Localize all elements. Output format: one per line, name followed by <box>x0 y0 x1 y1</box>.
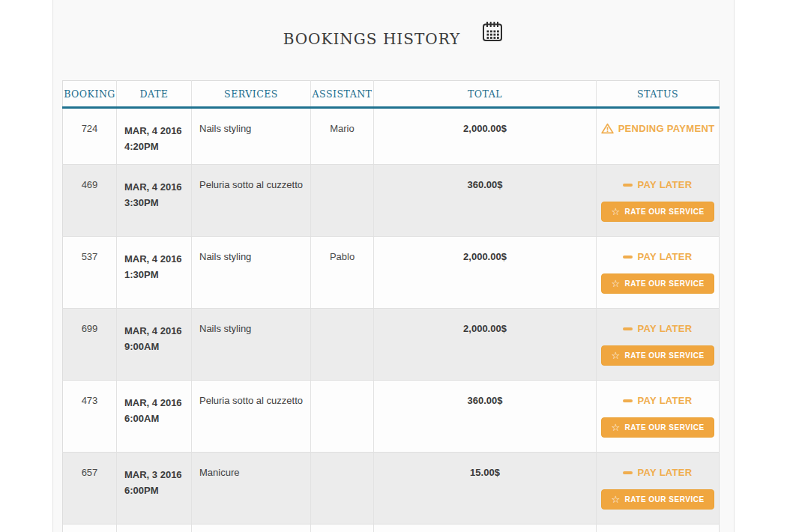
assistant-cell <box>311 165 374 237</box>
date-day: MAR, 4 2016 <box>124 179 191 195</box>
status-cell: PAY LATER ☆ RATE OUR SERVICE <box>597 309 720 381</box>
assistant-cell <box>311 309 374 381</box>
star-icon: ☆ <box>611 424 620 432</box>
booking-id-cell: 657 <box>63 453 117 525</box>
rate-button-label: RATE OUR SERVICE <box>625 208 705 216</box>
status-line: PAY LATER <box>597 179 719 190</box>
assistant-cell: Pablo <box>311 237 374 309</box>
rate-our-service-button[interactable]: ☆ RATE OUR SERVICE <box>601 489 714 510</box>
booking-id-cell: 699 <box>63 309 117 381</box>
table-row: 537 MAR, 4 2016 1:30PM Nails styling Pab… <box>63 237 720 309</box>
date-cell: MAR, 4 2016 6:00AM <box>117 381 192 453</box>
date-time: 6:00AM <box>124 411 191 426</box>
status-line: PAY LATER <box>597 395 719 406</box>
assistant-cell <box>311 381 374 453</box>
total-cell: 15.00$ <box>374 453 597 525</box>
status-label: PAY LATER <box>637 251 692 262</box>
minus-icon <box>623 399 633 402</box>
star-icon: ☆ <box>611 496 620 504</box>
header-status: STATUS <box>597 81 720 108</box>
calendar-icon-button[interactable] <box>481 20 504 45</box>
warning-triangle-icon <box>601 123 614 134</box>
rate-our-service-button[interactable]: ☆ RATE OUR SERVICE <box>601 345 714 366</box>
rate-button-label: RATE OUR SERVICE <box>625 495 705 504</box>
header-services: SERVICES <box>192 81 311 108</box>
status-cell: PAY LATER ☆ RATE OUR SERVICE <box>597 453 720 525</box>
status-line: PAY LATER <box>597 251 719 262</box>
booking-id-cell: 537 <box>63 237 117 309</box>
rate-our-service-button[interactable]: ☆ RATE OUR SERVICE <box>601 417 714 438</box>
status-label: PAY LATER <box>637 179 692 190</box>
bookings-history-panel: BOOKINGS HISTORY <box>52 0 735 532</box>
header-date: DATE <box>117 81 192 108</box>
bookings-table-wrap: BOOKING DATE SERVICES ASSISTANT TOTAL ST… <box>62 80 725 532</box>
rate-button-label: RATE OUR SERVICE <box>625 351 705 360</box>
date-time: 3:30PM <box>124 195 191 211</box>
table-row: 699 MAR, 4 2016 9:00AM Nails styling 2,0… <box>63 309 720 381</box>
date-day: MAR, 3 2016 <box>124 467 191 483</box>
table-header-row: BOOKING DATE SERVICES ASSISTANT TOTAL ST… <box>63 81 720 108</box>
total-cell: 2,000.00$ <box>374 108 597 165</box>
services-cell: Peluria sotto al cuzzetto <box>192 381 311 453</box>
status-line: PAY LATER <box>597 467 719 478</box>
date-day: MAR, 4 2016 <box>124 323 191 339</box>
booking-id-cell: 473 <box>63 381 117 453</box>
services-cell: Nails styling <box>192 309 311 381</box>
table-row: 469 MAR, 4 2016 3:30PM Peluria sotto al … <box>63 165 720 237</box>
calendar-icon <box>481 34 504 45</box>
status-label: PAY LATER <box>637 467 692 478</box>
star-icon: ☆ <box>611 352 620 360</box>
assistant-cell <box>311 453 374 525</box>
table-row: 657 MAR, 3 2016 6:00PM Manicure 15.00$ P… <box>63 453 720 525</box>
status-cell: PAY LATER ☆ RATE OUR SERVICE <box>597 381 720 453</box>
total-cell: 2,000.00$ <box>374 309 597 381</box>
rate-button-label: RATE OUR SERVICE <box>625 279 705 288</box>
status-label: PAY LATER <box>637 395 692 406</box>
table-row: 724 MAR, 4 2016 4:20PM Nails styling Mar… <box>63 108 720 165</box>
status-line: PENDING PAYMENT <box>597 123 719 134</box>
star-icon: ☆ <box>611 208 620 216</box>
date-cell: MAR, 4 2016 4:20PM <box>117 108 192 165</box>
date-cell: MAR, 4 2016 1:30PM <box>117 237 192 309</box>
booking-id-cell: 724 <box>63 108 117 165</box>
header-assistant: ASSISTANT <box>311 81 374 108</box>
status-label: PAY LATER <box>637 323 692 334</box>
page-title: BOOKINGS HISTORY <box>283 30 461 48</box>
star-icon: ☆ <box>611 280 620 288</box>
services-cell: Nails styling <box>192 237 311 309</box>
services-cell: Nails styling <box>192 108 311 165</box>
booking-id-cell: 469 <box>63 165 117 237</box>
rate-button-label: RATE OUR SERVICE <box>625 423 705 432</box>
header-total: TOTAL <box>374 81 597 108</box>
minus-icon <box>623 471 633 474</box>
table-row: 473 MAR, 4 2016 6:00AM Peluria sotto al … <box>63 381 720 453</box>
total-cell: 360.00$ <box>374 381 597 453</box>
date-time: 9:00AM <box>124 339 191 354</box>
minus-icon <box>623 327 633 330</box>
status-cell: PAY LATER ☆ RATE OUR SERVICE <box>597 165 720 237</box>
table-row-partial <box>63 525 720 532</box>
status-cell: PENDING PAYMENT ☆ <box>597 108 720 165</box>
total-cell: 2,000.00$ <box>374 237 597 309</box>
minus-icon <box>623 256 633 259</box>
date-time: 1:30PM <box>124 267 191 282</box>
services-cell: Manicure <box>192 453 311 525</box>
status-label: PENDING PAYMENT <box>618 123 715 134</box>
rate-our-service-button[interactable]: ☆ RATE OUR SERVICE <box>601 202 714 222</box>
date-cell: MAR, 3 2016 6:00PM <box>117 453 192 525</box>
rate-our-service-button[interactable]: ☆ RATE OUR SERVICE <box>601 273 714 294</box>
assistant-cell: Mario <box>311 108 374 165</box>
header-booking: BOOKING <box>63 81 117 108</box>
date-day: MAR, 4 2016 <box>124 123 191 139</box>
date-cell: MAR, 4 2016 9:00AM <box>117 309 192 381</box>
title-bar: BOOKINGS HISTORY <box>53 0 734 58</box>
date-day: MAR, 4 2016 <box>124 251 191 267</box>
date-day: MAR, 4 2016 <box>124 395 191 411</box>
date-time: 4:20PM <box>124 139 191 154</box>
status-cell: PAY LATER ☆ RATE OUR SERVICE <box>597 237 720 309</box>
status-line: PAY LATER <box>597 323 719 334</box>
table-body: 724 MAR, 4 2016 4:20PM Nails styling Mar… <box>63 108 720 532</box>
date-cell: MAR, 4 2016 3:30PM <box>117 165 192 237</box>
total-cell: 360.00$ <box>374 165 597 237</box>
minus-icon <box>623 184 633 187</box>
